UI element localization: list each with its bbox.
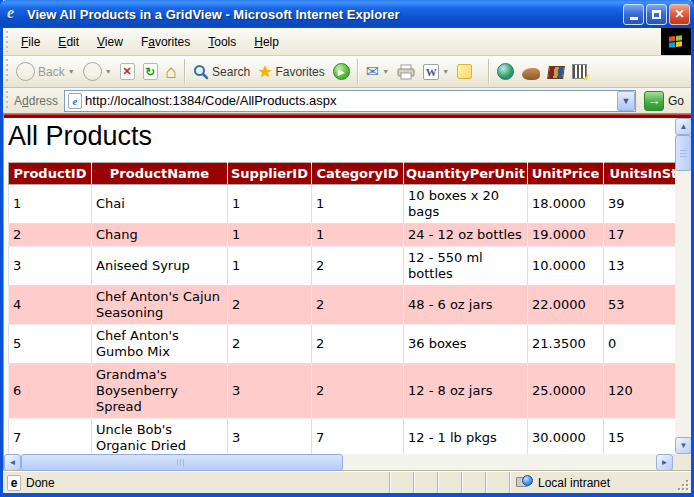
mail-button[interactable]: ✉ ▼ (362, 62, 393, 82)
media-button[interactable]: ▶ (329, 61, 354, 82)
favorites-label: Favorites (275, 65, 324, 79)
home-button[interactable]: ⌂ (162, 60, 181, 83)
menu-item-tools[interactable]: Tools (199, 31, 245, 53)
forward-button[interactable]: → ▼ (79, 60, 116, 83)
table-cell: 2 (312, 325, 404, 364)
maximize-icon (652, 10, 661, 19)
discuss-note-icon (457, 64, 472, 79)
table-cell: 1 (228, 224, 312, 247)
table-cell: 5 (9, 325, 92, 364)
table-cell: 36 boxes (404, 325, 528, 364)
table-cell: Chai (92, 185, 228, 224)
mail-dropdown-icon[interactable]: ▼ (382, 68, 389, 75)
address-dropdown-button[interactable]: ▼ (617, 91, 635, 111)
address-input[interactable] (85, 92, 617, 110)
dog-icon (522, 68, 540, 80)
search-label: Search (212, 65, 250, 79)
table-cell: 17 (604, 224, 676, 247)
discuss-button[interactable] (453, 62, 476, 81)
table-cell: 39 (604, 185, 676, 224)
table-cell: 7 (312, 419, 404, 455)
minimize-button[interactable] (623, 4, 644, 25)
search-icon (193, 64, 209, 80)
refresh-button[interactable]: ↻ (139, 61, 162, 82)
table-cell: 2 (312, 364, 404, 419)
toolbar-grip[interactable] (4, 59, 11, 84)
addressbar-grip[interactable] (4, 91, 11, 110)
menubar-grip[interactable] (4, 31, 11, 52)
menu-item-help[interactable]: Help (245, 31, 288, 53)
scroll-down-button[interactable]: ▼ (675, 437, 691, 454)
vertical-scroll-thumb[interactable] (675, 135, 691, 171)
table-cell: 1 (228, 247, 312, 286)
horizontal-scroll-track[interactable] (343, 454, 656, 471)
menu-item-edit[interactable]: Edit (49, 31, 88, 53)
resize-grip[interactable] (677, 472, 691, 493)
column-header-productname: ProductName (92, 163, 228, 185)
menu-item-favorites[interactable]: Favorites (132, 31, 199, 53)
vertical-scroll-track[interactable] (675, 171, 691, 437)
home-icon: ⌂ (166, 62, 177, 81)
table-cell: Chang (92, 224, 228, 247)
status-pane (437, 472, 461, 493)
table-cell: Grandma's Boysenberry Spread (92, 364, 228, 419)
grid-header-row: ProductIDProductNameSupplierIDCategoryID… (9, 163, 676, 185)
table-cell: 18.0000 (528, 185, 604, 224)
addon-dog-button[interactable] (518, 62, 544, 82)
favorites-button[interactable]: ★ Favorites (254, 62, 329, 82)
globe-magnifier-icon (497, 63, 514, 80)
table-cell: 3 (228, 419, 312, 455)
table-cell: Chef Anton's Cajun Seasoning (92, 286, 228, 325)
edit-with-word-button[interactable]: W ▼ (419, 62, 453, 82)
table-cell: 7 (9, 419, 92, 455)
table-cell: 2 (312, 247, 404, 286)
scroll-left-button[interactable]: ◄ (4, 454, 21, 471)
table-cell: 6 (9, 364, 92, 419)
back-button[interactable]: ← Back ▼ (12, 60, 79, 83)
menu-item-view[interactable]: View (88, 31, 132, 53)
research-globe-button[interactable] (493, 61, 518, 82)
column-header-unitprice: UnitPrice (528, 163, 604, 185)
edit-dropdown-icon[interactable]: ▼ (442, 68, 449, 75)
forward-dropdown-icon[interactable]: ▼ (105, 68, 112, 75)
table-cell: 1 (228, 185, 312, 224)
refresh-icon: ↻ (143, 63, 158, 80)
scroll-right-button[interactable]: ► (656, 454, 673, 471)
stop-icon: ✕ (120, 63, 135, 80)
back-dropdown-icon[interactable]: ▼ (68, 68, 75, 75)
horizontal-scrollbar[interactable]: ◄ ► (3, 454, 691, 471)
research-books-button[interactable] (544, 62, 568, 81)
table-cell: 48 - 6 oz jars (404, 286, 528, 325)
table-cell: 4 (9, 286, 92, 325)
go-label: Go (668, 94, 684, 108)
search-button[interactable]: Search (189, 62, 254, 82)
title-bar: e View All Products in a GridView - Micr… (0, 0, 694, 28)
page-ie-icon: e (68, 93, 82, 109)
mail-icon: ✉ (366, 64, 379, 80)
scroll-up-button[interactable]: ▲ (675, 118, 691, 135)
go-button[interactable]: → Go (641, 90, 687, 112)
close-button[interactable]: ✕ (669, 4, 690, 25)
table-cell: 22.0000 (528, 286, 604, 325)
addon-code-button[interactable] (568, 62, 591, 81)
scrollbar-corner (673, 454, 691, 471)
table-cell: 1 (312, 224, 404, 247)
table-cell: 3 (228, 364, 312, 419)
vertical-scrollbar[interactable]: ▲ ▼ (675, 118, 691, 454)
menu-item-file[interactable]: File (12, 31, 49, 53)
table-cell: 2 (228, 286, 312, 325)
go-arrow-icon: → (644, 91, 664, 111)
print-button[interactable] (393, 62, 419, 82)
barcode-lightning-icon (572, 64, 587, 79)
table-cell: 2 (312, 286, 404, 325)
table-cell: 24 - 12 oz bottles (404, 224, 528, 247)
local-intranet-icon (516, 475, 533, 490)
table-cell: 0 (604, 325, 676, 364)
table-row: 1Chai1110 boxes x 20 bags18.000039 (9, 185, 676, 224)
zone-text: Local intranet (538, 476, 610, 490)
horizontal-scroll-thumb[interactable] (21, 454, 343, 471)
maximize-button[interactable] (646, 4, 667, 25)
table-cell: 1 (9, 185, 92, 224)
stop-button[interactable]: ✕ (116, 61, 139, 82)
column-header-quantityperunit: QuantityPerUnit (404, 163, 528, 185)
